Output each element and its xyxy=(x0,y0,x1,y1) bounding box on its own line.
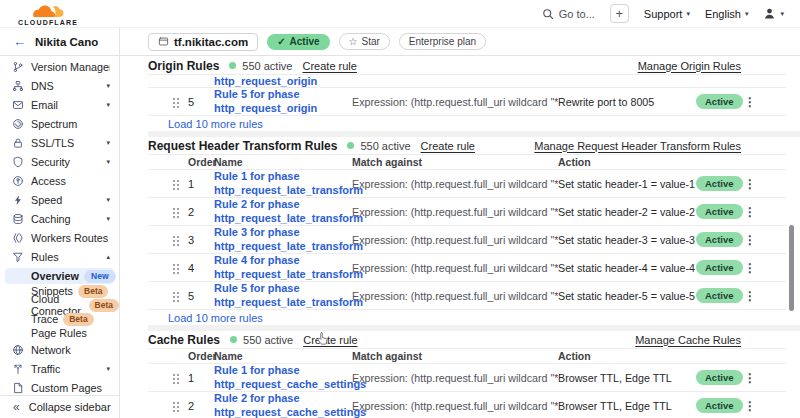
sidebar-item-page-rules[interactable]: Page Rules xyxy=(0,326,119,340)
language-menu[interactable]: English ▾ xyxy=(705,8,749,20)
sidebar-item-label: Spectrum xyxy=(31,118,110,130)
manage-origin-rules-link[interactable]: Manage Origin Rules xyxy=(638,60,741,72)
keyhole-icon xyxy=(12,175,24,187)
load-more-link[interactable]: Load 10 more rules xyxy=(148,116,786,131)
rule-name-link[interactable]: Rule 4 for phase http_request_late_trans… xyxy=(214,254,352,281)
sidebar-item-email[interactable]: Email ▾ xyxy=(0,95,119,114)
action-cell: Rewrite port to 8005 xyxy=(558,96,696,108)
support-label: Support xyxy=(644,8,683,20)
kebab-menu-icon[interactable]: ⋮ xyxy=(742,205,758,219)
user-icon xyxy=(763,7,776,20)
sidebar-item-network[interactable]: Network xyxy=(0,340,119,359)
chevron-down-icon: ▾ xyxy=(106,196,110,204)
kebab-menu-icon[interactable]: ⋮ xyxy=(742,177,758,191)
sidebar: Version Management DNS ▾ Email ▾ Spectru… xyxy=(0,56,120,418)
cloudflare-dashboard: { "icons": { "back_arrow": "←", "collaps… xyxy=(0,0,800,418)
sidebar-item-spectrum[interactable]: Spectrum xyxy=(0,114,119,133)
dns-nodes-icon xyxy=(12,80,24,92)
manage-request-header-rules-link[interactable]: Manage Request Header Transform Rules xyxy=(534,140,741,152)
sidebar-item-label: Traffic xyxy=(31,363,99,375)
drag-handle-icon[interactable] xyxy=(172,206,180,218)
sidebar-item-ssl-tls[interactable]: SSL/TLS ▾ xyxy=(0,133,119,152)
sidebar-item-label: Network xyxy=(31,344,110,356)
kebab-menu-icon[interactable]: ⋮ xyxy=(742,289,758,303)
request-header-transform-rules-section: Request Header Transform Rules 550 activ… xyxy=(148,137,786,325)
sidebar-item-caching[interactable]: Caching ▾ xyxy=(0,209,119,228)
add-button[interactable]: + xyxy=(610,4,629,23)
star-button[interactable]: ☆ Star xyxy=(339,33,390,50)
drag-handle-icon[interactable] xyxy=(172,262,180,274)
envelope-icon xyxy=(12,99,24,111)
beta-badge: Beta xyxy=(63,313,93,326)
language-label: English xyxy=(705,8,741,20)
sidebar-item-label: Email xyxy=(31,99,99,111)
kebab-menu-icon[interactable]: ⋮ xyxy=(742,261,758,275)
sidebar-item-access[interactable]: Access xyxy=(0,171,119,190)
column-name: Name xyxy=(214,350,352,362)
column-action: Action xyxy=(558,350,696,362)
collapse-sidebar-button[interactable]: « Collapse sidebar xyxy=(0,395,119,418)
rule-name-partial[interactable]: http_request_origin xyxy=(214,75,352,88)
drag-handle-icon[interactable] xyxy=(172,234,180,246)
rule-name-link[interactable]: Rule 1 for phase http_request_late_trans… xyxy=(214,170,352,197)
cloudflare-logo[interactable]: CLOUDFLARE xyxy=(18,4,78,26)
cloudflare-wordmark: CLOUDFLARE xyxy=(18,19,78,26)
check-icon: ✓ xyxy=(277,36,285,47)
sidebar-item-label: Speed xyxy=(31,194,99,206)
scrollbar-thumb[interactable] xyxy=(789,225,794,311)
global-search[interactable]: Go to... xyxy=(542,8,595,20)
create-rule-link[interactable]: Create rule xyxy=(303,334,357,346)
globe-icon xyxy=(12,344,24,356)
back-arrow-icon[interactable]: ← xyxy=(13,34,26,49)
status-badge: Active xyxy=(696,232,743,247)
status-badge: Active xyxy=(696,288,743,303)
drag-handle-icon[interactable] xyxy=(172,290,180,302)
kebab-menu-icon[interactable]: ⋮ xyxy=(742,95,758,109)
sidebar-item-workers-routes[interactable]: Workers Routes xyxy=(0,228,119,247)
order-cell: 5 xyxy=(188,96,214,108)
drag-handle-icon[interactable] xyxy=(172,400,180,412)
sidebar-item-dns[interactable]: DNS ▾ xyxy=(0,76,119,95)
chevron-down-icon: ▾ xyxy=(106,101,110,109)
site-icon xyxy=(158,36,169,47)
sidebar-item-traffic[interactable]: Traffic ▾ xyxy=(0,359,119,378)
chevron-down-icon: ▾ xyxy=(106,158,110,166)
sidebar-item-security[interactable]: Security ▾ xyxy=(0,152,119,171)
status-badge: Active xyxy=(696,204,743,219)
column-action: Action xyxy=(558,156,696,168)
create-rule-link[interactable]: Create rule xyxy=(421,140,475,152)
sidebar-item-cloud-connector[interactable]: Cloud Connector Beta xyxy=(0,298,119,312)
beta-badge: Beta xyxy=(89,299,119,312)
load-more-link[interactable]: Load 10 more rules xyxy=(148,310,786,325)
drag-handle-icon[interactable] xyxy=(172,372,180,384)
rule-name-link[interactable]: Rule 5 for phase http_request_late_trans… xyxy=(214,282,352,309)
rule-name-link[interactable]: Rule 2 for phase http_request_cache_sett… xyxy=(214,392,352,418)
sidebar-item-label: Security xyxy=(31,156,99,168)
drag-handle-icon[interactable] xyxy=(172,178,180,190)
manage-cache-rules-link[interactable]: Manage Cache Rules xyxy=(635,334,741,346)
table-row: 2 Rule 2 for phase http_request_late_tra… xyxy=(148,198,786,226)
kebab-menu-icon[interactable]: ⋮ xyxy=(742,233,758,247)
kebab-menu-icon[interactable]: ⋮ xyxy=(742,371,758,385)
rule-name-link[interactable]: Rule 2 for phase http_request_late_trans… xyxy=(214,198,352,225)
site-selector[interactable]: tf.nikitac.com xyxy=(148,33,258,51)
sidebar-item-speed[interactable]: Speed ▾ xyxy=(0,190,119,209)
user-menu[interactable]: ▾ xyxy=(763,7,784,20)
match-cell: Expression: (http.request.full_uri wildc… xyxy=(352,96,558,108)
account-name: Nikita Cano xyxy=(35,36,98,48)
section-header: Origin Rules 550 active Create rule Mana… xyxy=(148,57,786,75)
kebab-menu-icon[interactable]: ⋮ xyxy=(742,399,758,413)
rule-name-link[interactable]: Rule 3 for phase http_request_late_trans… xyxy=(214,226,352,253)
create-rule-link[interactable]: Create rule xyxy=(303,60,357,72)
sidebar-item-version-management[interactable]: Version Management xyxy=(0,57,119,76)
sidebar-item-rules[interactable]: Rules ▴ xyxy=(0,247,119,266)
drag-handle-icon[interactable] xyxy=(172,96,180,108)
sidebar-item-label: Workers Routes xyxy=(31,232,110,244)
rule-name-link[interactable]: Rule 1 for phase http_request_cache_sett… xyxy=(214,364,352,391)
rule-name-link[interactable]: Rule 5 for phase http_request_origin xyxy=(214,88,352,115)
table-row: 4 Rule 4 for phase http_request_late_tra… xyxy=(148,254,786,282)
site-name: tf.nikitac.com xyxy=(174,36,248,48)
sidebar-item-overview[interactable]: Overview New xyxy=(5,268,114,284)
support-menu[interactable]: Support ▾ xyxy=(644,8,690,20)
status-badge: Active xyxy=(696,260,743,275)
